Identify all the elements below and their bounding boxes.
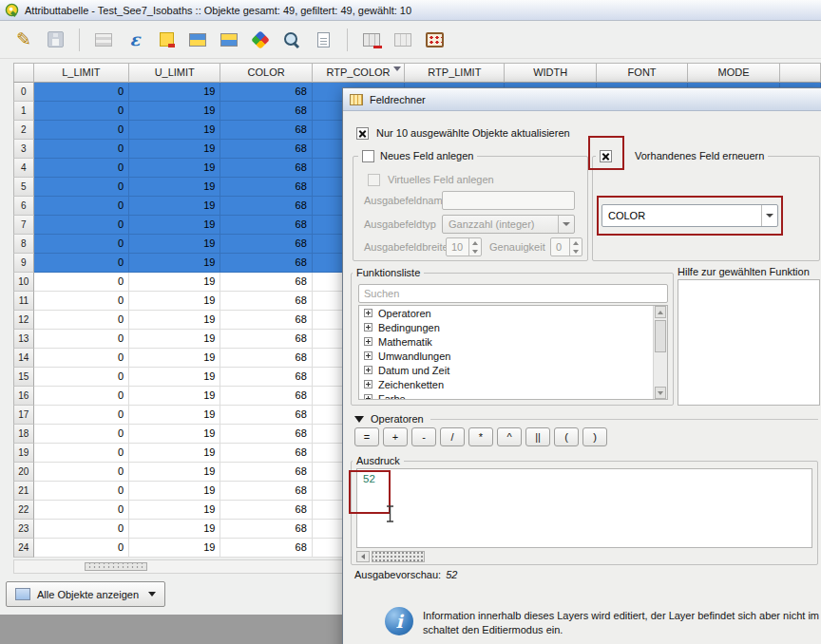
toggle-editing-button[interactable] [10, 26, 38, 54]
virtual-field-checkbox[interactable] [368, 174, 380, 186]
function-group-item[interactable]: Zeichenketten [359, 377, 667, 391]
output-width-spinbox[interactable]: 10 [446, 237, 482, 256]
cell-color[interactable]: 68 [220, 539, 312, 558]
only-selected-checkbox[interactable] [356, 127, 369, 140]
operator-button[interactable]: ( [554, 427, 579, 446]
cell-u_limit[interactable]: 19 [129, 368, 220, 387]
cell-color[interactable]: 68 [220, 406, 312, 425]
row-number[interactable]: 17 [13, 406, 34, 425]
row-number[interactable]: 9 [13, 254, 34, 273]
row-number[interactable]: 11 [13, 292, 34, 311]
cell-color[interactable]: 68 [220, 216, 312, 235]
cell-l_limit[interactable]: 0 [34, 83, 129, 102]
select-by-expression-button[interactable] [121, 26, 149, 54]
cell-color[interactable]: 68 [220, 235, 312, 254]
invert-selection-button[interactable] [215, 26, 243, 54]
column-header-rtp_limit[interactable]: RTP_LIMIT [405, 63, 505, 83]
expand-icon[interactable] [364, 394, 372, 400]
operators-section-header[interactable]: Operatoren [354, 413, 818, 425]
cell-u_limit[interactable]: 19 [129, 121, 220, 140]
column-header-l_limit[interactable]: L_LIMIT [34, 63, 129, 83]
cell-color[interactable]: 68 [220, 444, 312, 463]
row-number[interactable]: 8 [13, 235, 34, 254]
new-column-button[interactable] [389, 26, 417, 54]
precision-spinbox[interactable]: 0 [550, 237, 582, 256]
cell-l_limit[interactable]: 0 [34, 387, 129, 406]
cell-color[interactable]: 68 [220, 349, 312, 368]
cell-color[interactable]: 68 [220, 292, 312, 311]
delete-selected-button[interactable] [89, 26, 118, 54]
scrollbar-thumb[interactable] [372, 551, 425, 562]
cell-l_limit[interactable]: 0 [34, 292, 129, 311]
function-group-item[interactable]: Operatoren [359, 306, 667, 320]
cell-u_limit[interactable]: 19 [129, 102, 220, 121]
expand-icon[interactable] [364, 337, 372, 346]
row-number[interactable]: 0 [13, 83, 34, 102]
row-number[interactable]: 14 [13, 349, 34, 368]
cell-l_limit[interactable]: 0 [34, 330, 129, 349]
expand-icon[interactable] [364, 309, 372, 317]
cell-color[interactable]: 68 [220, 254, 312, 273]
row-number[interactable]: 22 [13, 501, 34, 520]
column-header-u_limit[interactable]: U_LIMIT [129, 63, 220, 83]
expand-icon[interactable] [364, 323, 372, 331]
spin-arrows-icon[interactable] [468, 238, 481, 256]
table-corner[interactable] [13, 63, 34, 83]
row-number[interactable]: 20 [13, 463, 34, 482]
cell-u_limit[interactable]: 19 [129, 425, 220, 444]
function-tree-scrollbar[interactable] [653, 306, 667, 399]
row-number[interactable]: 6 [13, 197, 34, 216]
cell-color[interactable]: 68 [220, 273, 312, 292]
scrollbar-thumb[interactable] [85, 562, 147, 571]
cell-u_limit[interactable]: 19 [129, 83, 220, 102]
cell-u_limit[interactable]: 19 [129, 406, 220, 425]
output-type-combo[interactable]: Ganzzahl (integer) [442, 215, 575, 234]
cell-u_limit[interactable]: 19 [129, 387, 220, 406]
column-header-font[interactable]: FONT [597, 63, 688, 83]
cell-l_limit[interactable]: 0 [34, 121, 129, 140]
cell-color[interactable]: 68 [220, 501, 312, 520]
row-number[interactable]: 4 [13, 159, 34, 178]
cell-u_limit[interactable]: 19 [129, 292, 220, 311]
cell-u_limit[interactable]: 19 [129, 254, 220, 273]
row-number[interactable]: 19 [13, 444, 34, 463]
row-number[interactable]: 24 [13, 539, 34, 558]
pan-to-selection-button[interactable] [246, 26, 275, 54]
cell-color[interactable]: 68 [220, 178, 312, 197]
expand-icon[interactable] [364, 380, 372, 388]
scroll-left-icon[interactable] [356, 551, 370, 562]
cell-color[interactable]: 68 [220, 197, 312, 216]
row-number[interactable]: 10 [13, 273, 34, 292]
cell-l_limit[interactable]: 0 [34, 463, 129, 482]
column-header-rtp_color[interactable]: RTP_COLOR [313, 63, 405, 83]
function-group-item[interactable]: Umwandlungen [359, 349, 667, 363]
zoom-to-selection-button[interactable] [277, 26, 306, 54]
operator-button[interactable]: ) [582, 427, 607, 446]
row-number[interactable]: 21 [13, 482, 34, 501]
cell-l_limit[interactable]: 0 [34, 349, 129, 368]
cell-color[interactable]: 68 [220, 387, 312, 406]
cell-l_limit[interactable]: 0 [34, 539, 129, 558]
operator-button[interactable]: = [354, 427, 379, 446]
row-number[interactable]: 1 [13, 102, 34, 121]
cell-u_limit[interactable]: 19 [129, 235, 220, 254]
cell-l_limit[interactable]: 0 [34, 444, 129, 463]
row-number[interactable]: 15 [13, 368, 34, 387]
cell-l_limit[interactable]: 0 [34, 178, 129, 197]
cell-color[interactable]: 68 [220, 159, 312, 178]
cell-u_limit[interactable]: 19 [129, 140, 220, 159]
window-titlebar[interactable]: Attributtabelle - Test_See7_Isobaths :: … [0, 0, 821, 21]
cell-color[interactable]: 68 [220, 330, 312, 349]
unselect-all-button[interactable] [152, 26, 181, 54]
cell-l_limit[interactable]: 0 [34, 254, 129, 273]
row-number[interactable]: 12 [13, 311, 34, 330]
cell-u_limit[interactable]: 19 [129, 501, 220, 520]
cell-l_limit[interactable]: 0 [34, 159, 129, 178]
cell-u_limit[interactable]: 19 [129, 178, 220, 197]
operator-button[interactable]: || [525, 427, 550, 446]
column-header-mode[interactable]: MODE [688, 63, 779, 83]
cell-l_limit[interactable]: 0 [34, 273, 129, 292]
column-header-extra[interactable] [780, 63, 821, 83]
cell-color[interactable]: 68 [220, 140, 312, 159]
cell-l_limit[interactable]: 0 [34, 368, 129, 387]
